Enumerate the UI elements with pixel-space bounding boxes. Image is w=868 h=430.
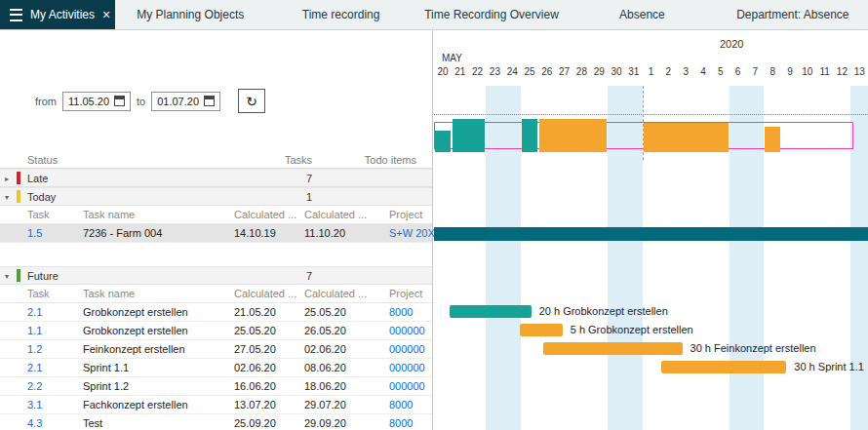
day-label: 26 xyxy=(538,66,556,77)
task-name-cell: Sprint 1.2 xyxy=(78,380,229,392)
calculated-date-2-cell: 18.06.20 xyxy=(299,380,370,392)
project-link[interactable]: 8000 xyxy=(370,399,432,410)
col-header-task-name: Task name xyxy=(78,209,229,220)
tab-time-recording[interactable]: Time recording xyxy=(265,0,415,29)
day-label: 1 xyxy=(643,66,660,77)
column-header-row: TaskTask nameCalculated ... 1▲Calculated… xyxy=(0,206,432,224)
tab-my-planning-objects[interactable]: My Planning Objects xyxy=(115,0,265,29)
day-label: 28 xyxy=(572,66,590,77)
col-header-calculated-1: Calculated ... 1▲ xyxy=(229,209,299,220)
col-header-calculated-2: Calculated ... 2▲ xyxy=(299,288,370,299)
group-row-late[interactable]: ▸Late7 xyxy=(0,169,432,187)
to-date-input[interactable]: 01.07.20 xyxy=(151,92,220,111)
group-label: Future xyxy=(0,270,232,282)
task-number-link[interactable]: 1.5 xyxy=(0,227,78,239)
main-area: from 11.05.20 to 01.07.20 ↻ StatusTasksT… xyxy=(0,30,868,430)
month-boundary-line xyxy=(643,86,644,160)
calculated-date-1-cell: 16.06.20 xyxy=(229,380,299,392)
task-bar-20-h-grobkonzept-erstellen[interactable] xyxy=(450,305,532,318)
from-date-value: 11.05.20 xyxy=(68,96,109,107)
task-row[interactable]: 3.1Fachkonzept erstellen13.07.2029.07.20… xyxy=(0,396,432,414)
task-bar-label: 20 h Grobkonzept erstellen xyxy=(539,305,668,318)
menu-icon[interactable] xyxy=(10,9,22,21)
group-row-future[interactable]: ▾Future7 xyxy=(0,266,432,285)
col-header-calculated-2: Calculated ... 2▲ xyxy=(299,209,370,220)
application-window: My Activities × My Planning ObjectsTime … xyxy=(0,0,868,430)
calculated-date-1-cell: 25.09.20 xyxy=(229,417,299,429)
task-number-link[interactable]: 2.2 xyxy=(0,380,78,392)
from-date-input[interactable]: 11.05.20 xyxy=(62,92,131,111)
calculated-date-2-cell: 11.10.20 xyxy=(299,227,370,239)
calculated-date-1-cell: 02.06.20 xyxy=(229,362,299,373)
capacity-block-teal xyxy=(435,131,451,152)
task-bar-30-h-feinkonzept-erstellen[interactable] xyxy=(543,342,682,355)
task-row[interactable]: 1.1Grobkonzept erstellen25.05.2026.05.20… xyxy=(0,322,432,340)
calculated-date-2-cell: 29.09.20 xyxy=(299,417,370,429)
capacity-block-orange xyxy=(765,127,780,152)
task-name-cell: Grobkonzept erstellen xyxy=(78,325,229,336)
task-name-cell: Fachkonzept erstellen xyxy=(78,399,229,410)
calculated-date-2-cell: 08.06.20 xyxy=(299,362,370,373)
gantt-timeline-header: 2020 MAY 2021222324252627282930311234567… xyxy=(434,30,868,86)
col-header-task: Task xyxy=(0,209,78,220)
tab-department-absence[interactable]: Department: Absence xyxy=(718,0,868,29)
chevron-down-icon[interactable]: ▾ xyxy=(5,192,9,201)
task-bar-30-h-sprint-1-1[interactable] xyxy=(661,361,786,373)
day-label: 7 xyxy=(746,66,764,77)
date-filter-bar: from 11.05.20 to 01.07.20 ↻ xyxy=(35,89,265,113)
task-number-link[interactable]: 2.1 xyxy=(0,306,78,318)
tab-absence[interactable]: Absence xyxy=(567,0,717,29)
chevron-right-icon[interactable]: ▸ xyxy=(5,174,9,182)
task-row[interactable]: 2.1Grobkonzept erstellen21.05.2025.05.20… xyxy=(0,303,432,322)
task-number-link[interactable]: 1.1 xyxy=(0,325,78,336)
capacity-block-orange xyxy=(539,119,607,152)
close-tab-icon[interactable]: × xyxy=(102,8,110,21)
day-label: 9 xyxy=(781,66,799,77)
day-label: 21 xyxy=(452,66,469,77)
project-link[interactable]: 000000 xyxy=(370,362,432,373)
refresh-icon: ↻ xyxy=(246,95,257,108)
tab-my-activities[interactable]: My Activities × xyxy=(0,0,115,29)
task-number-link[interactable]: 3.1 xyxy=(0,399,78,410)
task-number-link[interactable]: 1.2 xyxy=(0,343,78,355)
task-bar-5-h-grobkonzept-erstellen[interactable] xyxy=(520,324,563,336)
project-link[interactable]: 8000 xyxy=(370,306,432,318)
chevron-down-icon[interactable]: ▾ xyxy=(5,271,9,280)
calculated-date-2-cell: 26.05.20 xyxy=(299,325,370,336)
table-header-row: StatusTasksTodo items xyxy=(0,151,432,169)
task-row[interactable]: 2.2Sprint 1.216.06.2018.06.20000000 xyxy=(0,377,432,396)
task-number-link[interactable]: 2.1 xyxy=(0,362,78,373)
calculated-date-2-cell: 29.07.20 xyxy=(299,399,370,410)
task-list-panel: from 11.05.20 to 01.07.20 ↻ StatusTasksT… xyxy=(0,30,433,430)
task-name-cell: Test xyxy=(78,417,229,429)
day-label: 31 xyxy=(625,66,643,77)
project-link[interactable]: S+W 20X xyxy=(370,227,435,239)
year-label: 2020 xyxy=(720,38,743,50)
project-link[interactable]: 000000 xyxy=(370,325,432,336)
tab-time-recording-overview[interactable]: Time Recording Overview xyxy=(416,0,567,29)
day-label: 3 xyxy=(677,66,694,77)
status-color-bar xyxy=(17,190,20,203)
task-row[interactable]: 4.3Test25.09.2029.09.208000 xyxy=(0,414,432,430)
task-row[interactable]: 1.57236 - Farm 00414.10.1911.10.20S+W 20… xyxy=(0,224,432,243)
task-row[interactable]: 2.1Sprint 1.102.06.2008.06.20000000 xyxy=(0,359,432,377)
project-link[interactable]: 8000 xyxy=(370,417,432,429)
capacity-limit-line xyxy=(434,114,868,115)
gantt-panel: 2020 MAY 2021222324252627282930311234567… xyxy=(434,30,868,430)
day-label: 29 xyxy=(590,66,608,77)
day-label: 8 xyxy=(764,66,781,77)
task-row[interactable]: 1.2Feinkonzept erstellen27.05.2002.06.20… xyxy=(0,340,432,359)
group-row-today[interactable]: ▾Today1 xyxy=(0,187,432,206)
calendar-icon[interactable] xyxy=(204,96,215,106)
col-header-project: Project xyxy=(370,288,432,299)
project-link[interactable]: 000000 xyxy=(370,380,432,392)
tab-list: My Planning ObjectsTime recordingTime Re… xyxy=(115,0,868,29)
calendar-icon[interactable] xyxy=(114,96,125,106)
refresh-button[interactable]: ↻ xyxy=(238,89,265,113)
task-number-link[interactable]: 4.3 xyxy=(0,417,78,429)
selected-task-gantt-bar[interactable] xyxy=(434,227,868,241)
day-label: 27 xyxy=(556,66,573,77)
project-link[interactable]: 000000 xyxy=(370,343,432,355)
day-label: 4 xyxy=(694,66,712,77)
capacity-block-orange xyxy=(644,123,729,152)
